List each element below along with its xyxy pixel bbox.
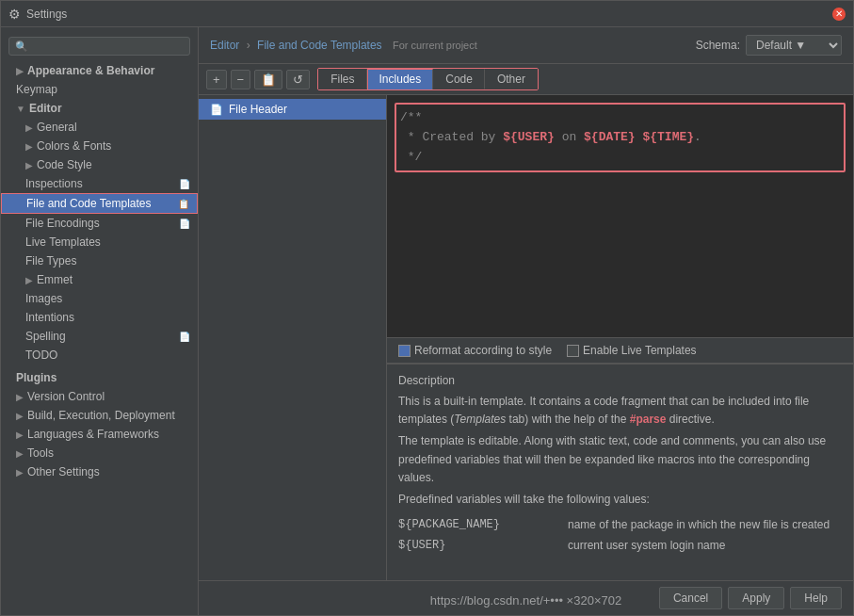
description-panel: Description This is a built-in template.… — [387, 364, 853, 580]
description-text: This is a built-in template. It contains… — [398, 393, 842, 556]
code-line-2: * Created by ${USER} on ${DATE} ${TIME}. — [400, 128, 840, 148]
main-content: 🔍 ▶ Appearance & Behavior Keymap ▼ Edito… — [1, 27, 853, 615]
search-icon: 🔍 — [15, 41, 28, 53]
expand-icon: ▶ — [25, 275, 33, 285]
expand-icon: ▶ — [16, 430, 24, 440]
tab-bar: Files Includes Code Other — [317, 68, 539, 90]
help-button[interactable]: Help — [790, 587, 842, 609]
live-templates-label[interactable]: Enable Live Templates — [567, 344, 697, 357]
code-editor[interactable]: /** * Created by ${USER} on ${DATE} ${TI… — [387, 95, 853, 338]
template-list: 📄 File Header — [199, 95, 387, 580]
sidebar-item-colors-fonts[interactable]: ▶ Colors & Fonts — [1, 137, 198, 155]
breadcrumb: Editor › File and Code Templates For cur… — [210, 39, 477, 52]
search-input[interactable] — [32, 40, 184, 53]
template-area: 📄 File Header /** * Cr — [199, 95, 853, 580]
var-row-package: ${PACKAGE_NAME} name of the package in w… — [398, 516, 842, 534]
apply-button[interactable]: Apply — [728, 587, 784, 609]
sidebar-item-keymap[interactable]: Keymap — [1, 80, 198, 99]
tab-includes[interactable]: Includes — [367, 69, 434, 90]
main-panel: Editor › File and Code Templates For cur… — [199, 27, 853, 615]
breadcrumb-parent[interactable]: Editor — [210, 39, 239, 52]
template-item-file-header[interactable]: 📄 File Header — [199, 99, 386, 120]
copy-button[interactable]: 📋 — [254, 70, 282, 89]
template-file-icon: 📄 — [210, 104, 223, 116]
expand-icon: ▶ — [25, 122, 33, 133]
sidebar-item-file-types[interactable]: File Types — [1, 251, 198, 270]
var-time: ${TIME} — [642, 130, 694, 144]
code-border: /** * Created by ${USER} on ${DATE} ${TI… — [395, 103, 846, 172]
sidebar-item-version-control[interactable]: ▶ Version Control — [1, 387, 198, 406]
context-label: For current project — [393, 40, 477, 51]
sidebar-item-intentions[interactable]: Intentions — [1, 308, 198, 327]
expand-icon: ▶ — [25, 160, 33, 170]
sidebar-item-other-settings[interactable]: ▶ Other Settings — [1, 462, 198, 481]
settings-icon: ⚙ — [8, 7, 21, 22]
sidebar-item-code-style[interactable]: ▶ Code Style — [1, 155, 198, 174]
breadcrumb-current: File and Code Templates — [257, 39, 382, 52]
var-date: ${DATE} — [584, 130, 636, 144]
live-templates-checkbox[interactable] — [567, 345, 579, 357]
code-panel: /** * Created by ${USER} on ${DATE} ${TI… — [387, 95, 853, 580]
sidebar-item-live-templates[interactable]: Live Templates — [1, 233, 198, 251]
window-title: Settings — [26, 8, 832, 21]
bottom-bar: https://blog.csdn.net/+••• ×320×702 Canc… — [199, 580, 853, 615]
expand-icon: ▶ — [16, 411, 24, 421]
code-line-1: /** — [400, 108, 840, 128]
template-icon: 📋 — [178, 199, 189, 209]
breadcrumb-separator: › — [247, 39, 250, 52]
sidebar-item-languages[interactable]: ▶ Languages & Frameworks — [1, 425, 198, 444]
sidebar-item-plugins[interactable]: Plugins — [1, 368, 198, 387]
expand-icon: ▶ — [16, 448, 24, 459]
title-bar: ⚙ Settings ✕ — [1, 1, 853, 27]
tab-files[interactable]: Files — [318, 69, 366, 89]
var-row-user: ${USER} current user system login name — [398, 537, 842, 555]
sidebar-item-inspections[interactable]: Inspections 📄 — [1, 174, 198, 193]
options-bar: Reformat according to style Enable Live … — [387, 338, 853, 364]
desc-para-2: The template is editable. Along with sta… — [398, 432, 842, 487]
description-title: Description — [398, 374, 842, 387]
sidebar-item-images[interactable]: Images — [1, 289, 198, 308]
var-user: ${USER} — [503, 130, 555, 144]
desc-para-1: This is a built-in template. It contains… — [398, 393, 842, 429]
expand-icon: ▼ — [16, 104, 25, 114]
tab-code[interactable]: Code — [433, 69, 485, 89]
sidebar-item-todo[interactable]: TODO — [1, 346, 198, 365]
template-split: 📄 File Header /** * Cr — [199, 95, 853, 580]
sidebar-item-editor[interactable]: ▼ Editor — [1, 99, 198, 118]
sidebar-item-appearance[interactable]: ▶ Appearance & Behavior — [1, 61, 198, 80]
sidebar-item-tools[interactable]: ▶ Tools — [1, 444, 198, 462]
search-box[interactable]: 🔍 — [8, 37, 190, 56]
reformat-checkbox[interactable] — [398, 345, 411, 357]
tab-other[interactable]: Other — [485, 69, 538, 89]
close-button[interactable]: ✕ — [832, 8, 846, 21]
spelling-icon: 📄 — [179, 332, 190, 342]
inspections-icon: 📄 — [179, 179, 190, 189]
expand-icon: ▶ — [25, 141, 33, 152]
add-button[interactable]: + — [206, 70, 227, 89]
encoding-icon: 📄 — [179, 219, 190, 229]
schema-dropdown[interactable]: Default ▼ — [746, 35, 842, 56]
sidebar-item-build[interactable]: ▶ Build, Execution, Deployment — [1, 406, 198, 425]
variable-table: ${PACKAGE_NAME} name of the package in w… — [398, 516, 842, 555]
toolbar: + − 📋 ↺ Files Includes Code Oth — [199, 64, 853, 95]
window-controls: ✕ — [832, 8, 846, 21]
breadcrumb-bar: Editor › File and Code Templates For cur… — [199, 27, 853, 64]
sidebar-item-file-code-templates[interactable]: File and Code Templates 📋 — [1, 193, 198, 214]
desc-para-3: Predefined variables will take the follo… — [398, 491, 842, 509]
code-line-3: */ — [400, 148, 840, 168]
sidebar-item-spelling[interactable]: Spelling 📄 — [1, 327, 198, 346]
sidebar-item-file-encodings[interactable]: File Encodings 📄 — [1, 214, 198, 233]
sidebar-item-general[interactable]: ▶ General — [1, 118, 198, 137]
schema-area: Schema: Default ▼ — [696, 35, 842, 56]
expand-icon: ▶ — [16, 66, 24, 76]
cancel-button[interactable]: Cancel — [659, 587, 722, 609]
remove-button[interactable]: − — [231, 70, 251, 89]
settings-window: ⚙ Settings ✕ 🔍 ▶ Appearance & Behavior K… — [0, 0, 854, 616]
schema-label: Schema: — [696, 39, 740, 52]
reformat-label[interactable]: Reformat according to style — [398, 344, 552, 357]
reset-button[interactable]: ↺ — [286, 70, 310, 89]
expand-icon: ▶ — [16, 392, 24, 402]
expand-icon: ▶ — [16, 467, 24, 478]
sidebar: 🔍 ▶ Appearance & Behavior Keymap ▼ Edito… — [1, 27, 199, 615]
sidebar-item-emmet[interactable]: ▶ Emmet — [1, 270, 198, 289]
